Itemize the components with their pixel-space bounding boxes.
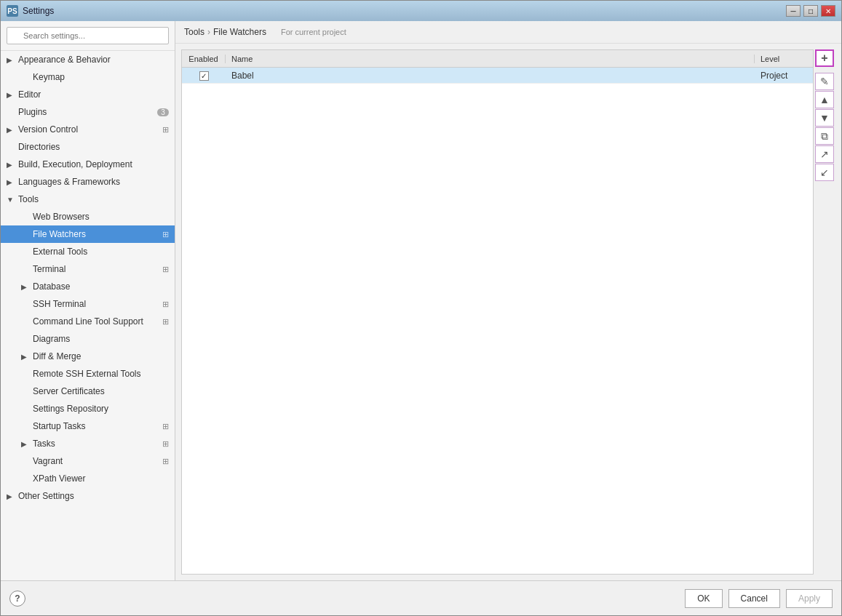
sidebar-item-label: Appearance & Behavior — [18, 55, 169, 65]
table-header: Enabled Name Level — [182, 50, 813, 68]
panel-content: Enabled Name Level ✓ Babel Project — [175, 44, 841, 580]
sidebar-item-label: Server Certificates — [33, 386, 169, 396]
icon-right: ⊞ — [162, 439, 169, 449]
sidebar-item-other-settings[interactable]: ▶ Other Settings — [1, 487, 175, 505]
sidebar-item-label: Keymap — [33, 72, 169, 82]
sidebar-item-command-line[interactable]: Command Line Tool Support ⊞ — [1, 313, 175, 330]
sidebar-item-plugins[interactable]: Plugins 3 — [1, 103, 175, 121]
sidebar-item-server-certs[interactable]: Server Certificates — [1, 383, 175, 400]
toolbar-sep — [815, 68, 835, 72]
breadcrumb-note: For current project — [281, 28, 346, 36]
sidebar-item-label: Database — [33, 281, 169, 292]
enabled-checkbox[interactable]: ✓ — [199, 71, 209, 81]
breadcrumb-separator: › — [207, 27, 210, 37]
sidebar-item-languages[interactable]: ▶ Languages & Frameworks — [1, 173, 175, 191]
table-toolbar: + ✎ ▲ ▼ ⧉ ↗ ↙ — [815, 49, 835, 575]
window-title: Settings — [23, 6, 54, 16]
col-enabled: Enabled — [182, 55, 226, 63]
search-input[interactable] — [7, 27, 169, 44]
footer: ? OK Cancel Apply — [1, 580, 841, 615]
arrow-icon: ▶ — [21, 283, 31, 291]
settings-window: PS Settings ─ □ ✕ 🔍 ▶ Appearance & Behav… — [0, 0, 842, 616]
sidebar-item-label: Diff & Merge — [33, 351, 169, 361]
sidebar-item-label: Plugins — [18, 107, 157, 117]
close-button[interactable]: ✕ — [821, 5, 835, 17]
sidebar-item-label: External Tools — [33, 247, 169, 257]
sidebar-item-xpath-viewer[interactable]: XPath Viewer — [1, 470, 175, 487]
sidebar-item-external-tools[interactable]: External Tools — [1, 243, 175, 260]
add-button[interactable]: + — [815, 49, 834, 67]
export-button[interactable]: ↗ — [815, 145, 834, 163]
arrow-icon: ▶ — [7, 492, 17, 500]
move-up-button[interactable]: ▲ — [815, 91, 834, 108]
breadcrumb-current: File Watchers — [213, 27, 266, 37]
icon-right: ⊞ — [162, 457, 169, 466]
sidebar-item-label: Remote SSH External Tools — [33, 369, 169, 379]
title-bar: PS Settings ─ □ ✕ — [1, 1, 841, 21]
sidebar-item-label: Vagrant — [33, 456, 162, 466]
search-wrapper: 🔍 — [7, 27, 169, 44]
arrow-icon: ▶ — [7, 178, 17, 186]
icon-right: ⊞ — [162, 125, 169, 135]
arrow-icon: ▶ — [21, 353, 31, 361]
sidebar-item-database[interactable]: ▶ Database — [1, 278, 175, 295]
icon-right: ⊞ — [162, 317, 169, 327]
sidebar-item-diff-merge[interactable]: ▶ Diff & Merge — [1, 348, 175, 365]
sidebar-item-label: Editor — [18, 89, 169, 100]
sidebar-item-keymap[interactable]: Keymap — [1, 68, 175, 86]
arrow-icon: ▶ — [21, 440, 31, 448]
help-button[interactable]: ? — [9, 591, 25, 607]
sidebar-item-file-watchers[interactable]: File Watchers ⊞ — [1, 225, 175, 243]
plugins-badge: 3 — [157, 108, 169, 116]
icon-right: ⊞ — [162, 265, 169, 274]
ok-button[interactable]: OK — [685, 589, 722, 608]
sidebar-item-tasks[interactable]: ▶ Tasks ⊞ — [1, 435, 175, 452]
sidebar-item-editor[interactable]: ▶ Editor — [1, 86, 175, 103]
sidebar-item-terminal[interactable]: Terminal ⊞ — [1, 260, 175, 278]
import-button[interactable]: ↙ — [815, 164, 834, 181]
sidebar-item-vagrant[interactable]: Vagrant ⊞ — [1, 452, 175, 470]
arrow-icon: ▶ — [7, 56, 17, 64]
sidebar-item-label: Languages & Frameworks — [18, 177, 169, 187]
sidebar-item-directories[interactable]: Directories — [1, 138, 175, 156]
sidebar-item-label: Version Control — [18, 124, 162, 135]
sidebar-item-label: Web Browsers — [33, 212, 169, 222]
col-name: Name — [226, 55, 755, 63]
move-down-button[interactable]: ▼ — [815, 109, 834, 127]
cancel-button[interactable]: Cancel — [728, 589, 780, 608]
sidebar-item-label: Terminal — [33, 264, 162, 274]
minimize-button[interactable]: ─ — [786, 5, 801, 17]
sidebar-item-label: Settings Repository — [33, 404, 169, 414]
arrow-icon: ▶ — [7, 126, 17, 134]
sidebar-item-label: Diagrams — [33, 334, 169, 344]
sidebar-item-settings-repo[interactable]: Settings Repository — [1, 400, 175, 417]
sidebar-item-version-control[interactable]: ▶ Version Control ⊞ — [1, 121, 175, 138]
footer-right: OK Cancel Apply — [685, 589, 833, 608]
sidebar-item-label: XPath Viewer — [33, 473, 169, 484]
sidebar-item-startup-tasks[interactable]: Startup Tasks ⊞ — [1, 417, 175, 435]
col-level: Level — [755, 55, 813, 63]
apply-button[interactable]: Apply — [786, 589, 833, 608]
breadcrumb-root: Tools — [184, 27, 204, 37]
breadcrumb: Tools › File Watchers For current projec… — [175, 21, 841, 44]
sidebar-item-tools[interactable]: ▼ Tools — [1, 191, 175, 208]
copy-button[interactable]: ⧉ — [815, 127, 834, 145]
nav-tree: ▶ Appearance & Behavior Keymap ▶ Editor … — [1, 51, 175, 580]
edit-button[interactable]: ✎ — [815, 73, 834, 90]
sidebar-item-ssh-terminal[interactable]: SSH Terminal ⊞ — [1, 295, 175, 313]
sidebar-item-label: Build, Execution, Deployment — [18, 159, 169, 169]
icon-right: ⊞ — [162, 300, 169, 309]
row-level: Project — [755, 71, 813, 81]
sidebar: 🔍 ▶ Appearance & Behavior Keymap ▶ — [1, 21, 175, 580]
sidebar-item-build[interactable]: ▶ Build, Execution, Deployment — [1, 156, 175, 173]
sidebar-item-appearance[interactable]: ▶ Appearance & Behavior — [1, 51, 175, 68]
arrow-icon: ▶ — [7, 161, 17, 169]
icon-right: ⊞ — [162, 422, 169, 431]
maximize-button[interactable]: □ — [803, 5, 818, 17]
sidebar-item-web-browsers[interactable]: Web Browsers — [1, 208, 175, 225]
sidebar-item-diagrams[interactable]: Diagrams — [1, 330, 175, 348]
table-row[interactable]: ✓ Babel Project — [182, 68, 813, 84]
sidebar-item-remote-ssh[interactable]: Remote SSH External Tools — [1, 365, 175, 383]
sidebar-item-label: SSH Terminal — [33, 299, 162, 309]
arrow-icon: ▼ — [7, 196, 17, 204]
